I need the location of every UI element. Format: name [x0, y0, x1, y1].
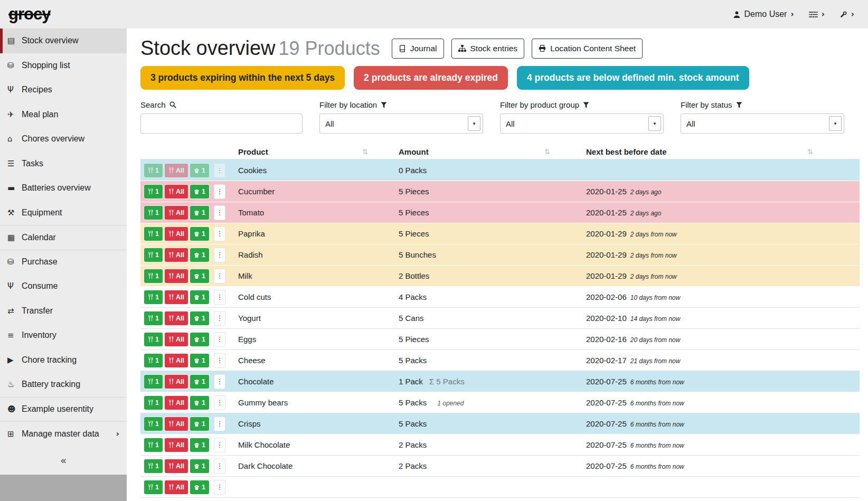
consume-one-button[interactable]: 1: [144, 184, 163, 199]
row-menu-button[interactable]: ⋮: [214, 374, 225, 389]
consume-one-button[interactable]: 1: [144, 248, 163, 262]
row-menu-button[interactable]: ⋮: [214, 395, 225, 410]
open-one-button[interactable]: 1: [190, 226, 210, 241]
sidebar-item-purchase[interactable]: ⛁ Purchase: [0, 250, 127, 275]
product-group-select[interactable]: All ▾: [500, 114, 664, 134]
open-one-button[interactable]: 1: [190, 248, 210, 262]
expired-banner[interactable]: 2 products are already expired: [354, 66, 508, 90]
consume-one-button[interactable]: 1: [144, 269, 163, 283]
consume-one-button[interactable]: 1: [144, 163, 163, 178]
sidebar-item-consume[interactable]: Ψ Consume: [0, 274, 127, 299]
status-select[interactable]: All ▾: [681, 114, 844, 134]
consume-all-button[interactable]: All: [164, 290, 188, 305]
consume-all-button[interactable]: All: [164, 480, 188, 495]
sidebar-item-calendar[interactable]: ▦ Calendar: [0, 225, 127, 250]
consume-all-button[interactable]: All: [164, 332, 188, 347]
consume-all-button[interactable]: All: [164, 248, 188, 262]
open-one-button[interactable]: 1: [190, 459, 210, 474]
consume-all-button[interactable]: All: [164, 395, 188, 410]
consume-all-button[interactable]: All: [164, 417, 188, 431]
row-menu-button[interactable]: ⋮: [214, 248, 225, 262]
open-one-button[interactable]: 1: [190, 290, 210, 305]
open-one-button[interactable]: 1: [190, 374, 210, 389]
sidebar-item-inventory[interactable]: ≡ Inventory: [0, 323, 127, 348]
row-menu-button[interactable]: ⋮: [214, 226, 225, 241]
sidebar-item-meal-plan[interactable]: ✈ Meal plan: [0, 102, 127, 127]
consume-one-button[interactable]: 1: [144, 417, 163, 431]
below-min-stock-banner[interactable]: 4 products are below defined min. stock …: [517, 66, 749, 90]
sidebar-item-chores-overview[interactable]: ⌂ Chores overview: [0, 127, 127, 152]
search-input[interactable]: [140, 114, 303, 134]
open-one-button[interactable]: 1: [190, 353, 210, 368]
consume-one-button[interactable]: 1: [144, 226, 163, 241]
sidebar-item-equipment[interactable]: ⚒ Equipment: [0, 201, 127, 225]
open-one-button[interactable]: 1: [190, 332, 210, 347]
sidebar-item-batteries-overview[interactable]: ▬ Batteries overview: [0, 176, 127, 201]
shopping-cart-icon: ⛁: [7, 61, 22, 70]
app-logo[interactable]: grocy: [8, 5, 50, 24]
sidebar-item-recipes[interactable]: Ψ Recipes: [0, 78, 127, 102]
sidebar-item-tasks[interactable]: ☰ Tasks: [0, 152, 127, 176]
consume-one-button[interactable]: 1: [144, 438, 163, 452]
consume-one-button[interactable]: 1: [144, 290, 163, 305]
best-before-column-header[interactable]: Next best before date ⇅: [586, 147, 860, 156]
open-one-button[interactable]: 1: [190, 480, 210, 495]
open-one-button[interactable]: 1: [190, 163, 210, 178]
consume-all-button[interactable]: All: [164, 226, 188, 241]
row-menu-button[interactable]: ⋮: [214, 480, 225, 495]
consume-one-button[interactable]: 1: [144, 480, 163, 495]
row-menu-button[interactable]: ⋮: [214, 269, 225, 283]
user-menu[interactable]: Demo User ›: [733, 10, 794, 19]
consume-one-button[interactable]: 1: [144, 353, 163, 368]
open-one-button[interactable]: 1: [190, 395, 210, 410]
open-one-button[interactable]: 1: [190, 205, 210, 220]
sidebar-item-stock-overview[interactable]: ▤ Stock overview: [0, 29, 127, 53]
open-one-button[interactable]: 1: [190, 438, 210, 452]
row-menu-button[interactable]: ⋮: [214, 332, 225, 347]
row-menu-button[interactable]: ⋮: [214, 290, 225, 305]
consume-all-button[interactable]: All: [164, 163, 188, 178]
open-one-button[interactable]: 1: [190, 417, 210, 431]
row-menu-button[interactable]: ⋮: [214, 459, 225, 474]
consume-all-button[interactable]: All: [164, 353, 188, 368]
consume-all-button[interactable]: All: [164, 205, 188, 220]
location-content-sheet-button[interactable]: Location Content Sheet: [532, 39, 643, 59]
sidebar-item-shopping-list[interactable]: ⛁ Shopping list: [0, 53, 127, 78]
sidebar-item-example-userentity[interactable]: ☻ Example userentity: [0, 397, 127, 422]
consume-one-button[interactable]: 1: [144, 332, 163, 347]
consume-one-button[interactable]: 1: [144, 395, 163, 410]
consume-all-button[interactable]: All: [164, 459, 188, 474]
open-one-button[interactable]: 1: [190, 311, 210, 326]
row-menu-button[interactable]: ⋮: [214, 438, 225, 452]
open-one-button[interactable]: 1: [190, 184, 210, 199]
sidebar-item-chore-tracking[interactable]: ▶ Chore tracking: [0, 348, 127, 373]
consume-one-button[interactable]: 1: [144, 311, 163, 326]
row-menu-button[interactable]: ⋮: [214, 184, 225, 199]
consume-all-button[interactable]: All: [164, 269, 188, 283]
admin-menu[interactable]: ›: [839, 10, 854, 19]
stock-entries-button[interactable]: Stock entries: [451, 39, 525, 59]
amount-column-header[interactable]: Amount ⇅: [399, 147, 586, 156]
consume-one-button[interactable]: 1: [144, 374, 163, 389]
settings-menu[interactable]: ›: [809, 10, 825, 19]
journal-button[interactable]: Journal: [392, 39, 444, 59]
row-menu-button[interactable]: ⋮: [214, 311, 225, 326]
consume-all-button[interactable]: All: [164, 311, 188, 326]
sidebar-item-transfer[interactable]: ⇄ Transfer: [0, 299, 127, 324]
row-menu-button[interactable]: ⋮: [214, 417, 225, 431]
consume-all-button[interactable]: All: [164, 438, 188, 452]
consume-all-button[interactable]: All: [164, 374, 188, 389]
row-menu-button[interactable]: ⋮: [214, 353, 225, 368]
consume-one-button[interactable]: 1: [144, 459, 163, 474]
row-menu-button[interactable]: ⋮: [214, 205, 225, 220]
open-one-button[interactable]: 1: [190, 269, 210, 283]
sidebar-item-battery-tracking[interactable]: ♨ Battery tracking: [0, 372, 127, 397]
sidebar-item-manage-master-data[interactable]: ⊞ Manage master data ›: [0, 421, 127, 446]
sidebar-collapse-button[interactable]: «: [0, 446, 127, 475]
row-menu-button[interactable]: ⋮: [214, 163, 225, 178]
consume-all-button[interactable]: All: [164, 184, 188, 199]
expiring-banner[interactable]: 3 products expiring within the next 5 da…: [140, 66, 345, 90]
location-select[interactable]: All ▾: [319, 114, 483, 134]
consume-one-button[interactable]: 1: [144, 205, 163, 220]
product-column-header[interactable]: Product ⇅: [238, 147, 399, 156]
